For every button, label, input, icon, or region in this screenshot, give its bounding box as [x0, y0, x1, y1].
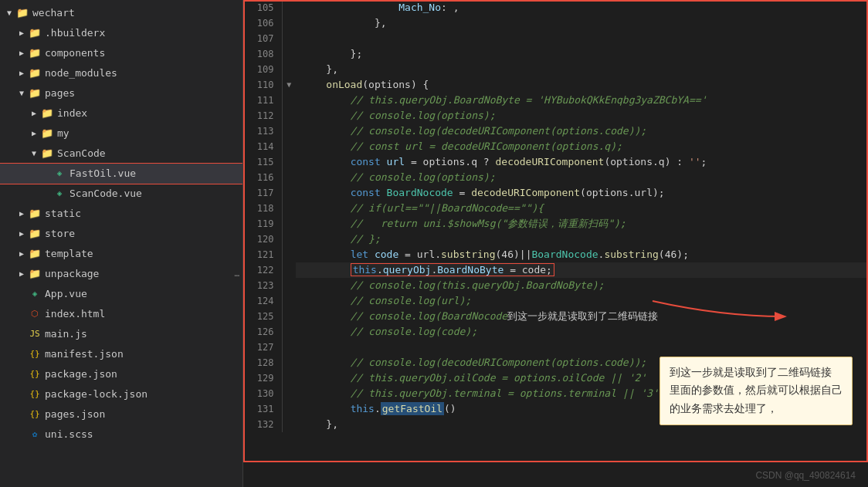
fold-gutter	[282, 386, 296, 401]
json-file-icon: {}	[28, 406, 42, 423]
sidebar-item-label: pages	[45, 85, 239, 102]
sidebar-item-wechart[interactable]: ▼ 📁 wechart	[0, 3, 242, 23]
table-row: 118 // if(url==""||BoardNocode==""){	[243, 201, 868, 216]
table-row: 125 // console.log(BoardNocode到这一步就是读取到了…	[243, 309, 868, 324]
annotation-popup: 到这一步就是读取到了二维码链接 里面的参数值，然后就可以根据自己 的业务需求去处…	[659, 357, 853, 425]
folder-arrow: ▶	[15, 65, 28, 82]
fold-gutter: ▼	[282, 77, 296, 93]
fold-gutter	[282, 247, 296, 262]
sidebar-item-label: my	[57, 125, 239, 142]
code-line: // console.log(BoardNocode到这一步就是读取到了二维码链…	[296, 309, 868, 324]
fold-gutter	[282, 170, 296, 185]
line-number: 127	[243, 340, 282, 355]
table-row: 116 // console.log(options);	[243, 170, 868, 185]
sidebar-item-label: App.vue	[45, 286, 239, 303]
vue-file-icon: ◈	[53, 165, 66, 182]
line-number: 114	[243, 139, 282, 154]
sidebar-item-main-js[interactable]: JS main.js	[0, 324, 242, 344]
sidebar-item-pages[interactable]: ▼ 📁 pages	[0, 83, 242, 103]
sidebar-item-unpackage[interactable]: ▶ 📁 unpackage …	[0, 264, 242, 284]
line-number: 130	[243, 386, 282, 401]
fold-gutter	[282, 309, 296, 324]
sidebar-item-package-json[interactable]: {} package.json	[0, 364, 242, 384]
sidebar-item-hbuilderx[interactable]: ▶ 📁 .hbuilderx	[0, 23, 242, 43]
json-file-icon: {}	[28, 366, 42, 383]
fold-gutter	[282, 139, 296, 154]
sidebar-item-label: manifest.json	[45, 346, 239, 363]
code-line: // console.log(code);	[296, 324, 868, 340]
code-line: // console.log(options);	[296, 108, 868, 123]
sidebar-item-label: uni.scss	[45, 426, 239, 443]
fold-gutter	[282, 232, 296, 247]
fold-gutter	[282, 355, 296, 370]
sidebar-item-label: node_modules	[45, 65, 239, 82]
sidebar-item-node-modules[interactable]: ▶ 📁 node_modules	[0, 63, 242, 83]
sidebar-item-label: static	[45, 205, 239, 222]
sidebar-item-index-html[interactable]: ⬡ index.html	[0, 304, 242, 324]
line-number: 107	[243, 31, 282, 46]
sidebar-item-label: ScanCode	[57, 145, 239, 162]
code-line: // console.log(url);	[296, 293, 868, 309]
line-number: 132	[243, 417, 282, 432]
folder-arrow: ▶	[15, 225, 28, 242]
file-tree[interactable]: ▼ 📁 wechart ▶ 📁 .hbuilderx ▶ 📁 component…	[0, 0, 243, 487]
sidebar-item-my[interactable]: ▶ 📁 my	[0, 123, 242, 144]
sidebar-item-scancode-vue[interactable]: ◈ ScanCode.vue	[0, 184, 242, 204]
css-file-icon: ✿	[28, 426, 42, 443]
folder-icon: 📁	[28, 45, 42, 62]
sidebar-item-manifest-json[interactable]: {} manifest.json	[0, 344, 242, 364]
line-number: 111	[243, 93, 282, 108]
fold-gutter	[282, 278, 296, 293]
line-number: 122	[243, 262, 282, 278]
line-number: 108	[243, 46, 282, 62]
sidebar-item-template[interactable]: ▶ 📁 template	[0, 244, 242, 264]
json-file-icon: {}	[28, 346, 42, 363]
sidebar-item-app-vue[interactable]: ◈ App.vue	[0, 284, 242, 304]
sidebar-item-label: template	[45, 245, 239, 262]
code-line: // this.queryObj.BoardNoByte = 'HYBubokQ…	[296, 93, 868, 108]
folder-arrow: ▶	[28, 105, 40, 122]
line-number: 125	[243, 309, 282, 324]
sidebar-item-label: package-lock.json	[45, 386, 239, 403]
folder-arrow: ▶	[15, 245, 28, 262]
table-row: 122 this.queryObj.BoardNoByte = code;	[243, 262, 868, 278]
sidebar-item-components[interactable]: ▶ 📁 components	[0, 43, 242, 63]
fold-gutter	[282, 62, 296, 77]
fold-gutter	[282, 401, 296, 417]
sidebar-item-label: unpackage	[45, 265, 231, 282]
table-row: 120 // };	[243, 232, 868, 247]
annotation-text: 到这一步就是读取到了二维码链接 里面的参数值，然后就可以根据自己 的业务需求去处…	[670, 364, 843, 418]
json-file-icon: {}	[28, 386, 42, 403]
table-row: 107	[243, 31, 868, 46]
folder-icon: 📁	[15, 5, 29, 22]
fold-gutter	[282, 201, 296, 216]
table-row: 109 },	[243, 62, 868, 77]
sidebar-item-pages-json[interactable]: {} pages.json	[0, 404, 242, 424]
sidebar-item-label: wechart	[32, 5, 239, 22]
sidebar-item-label: index	[57, 105, 239, 122]
sidebar-item-package-lock-json[interactable]: {} package-lock.json	[0, 384, 242, 404]
code-line: Mach_No: ,	[296, 0, 868, 15]
table-row: 106 },	[243, 15, 868, 31]
sidebar-item-fastoil[interactable]: ◈ FastOil.vue	[0, 164, 242, 184]
fold-gutter	[282, 154, 296, 170]
html-file-icon: ⬡	[28, 306, 42, 323]
fold-gutter	[282, 15, 296, 31]
line-number: 126	[243, 324, 282, 340]
line-number: 110	[243, 77, 282, 93]
folder-icon: 📁	[28, 245, 42, 262]
fold-gutter	[282, 324, 296, 340]
sidebar-item-static[interactable]: ▶ 📁 static	[0, 204, 242, 224]
table-row: 112 // console.log(options);	[243, 108, 868, 123]
folder-icon: 📁	[28, 25, 42, 42]
code-line: onLoad(options) {	[296, 77, 868, 93]
sidebar-item-store[interactable]: ▶ 📁 store	[0, 224, 242, 244]
code-line: this.queryObj.BoardNoByte = code;	[296, 262, 868, 278]
sidebar-item-scancode[interactable]: ▼ 📁 ScanCode	[0, 144, 242, 164]
sidebar-item-index[interactable]: ▶ 📁 index	[0, 103, 242, 123]
sidebar-item-uni-scss[interactable]: ✿ uni.scss	[0, 424, 242, 445]
line-number: 119	[243, 216, 282, 232]
code-editor: 105 Mach_No: , 106 }, 107	[243, 0, 868, 487]
table-row: 113 // console.log(decodeURIComponent(op…	[243, 123, 868, 139]
folder-icon: 📁	[40, 125, 54, 142]
